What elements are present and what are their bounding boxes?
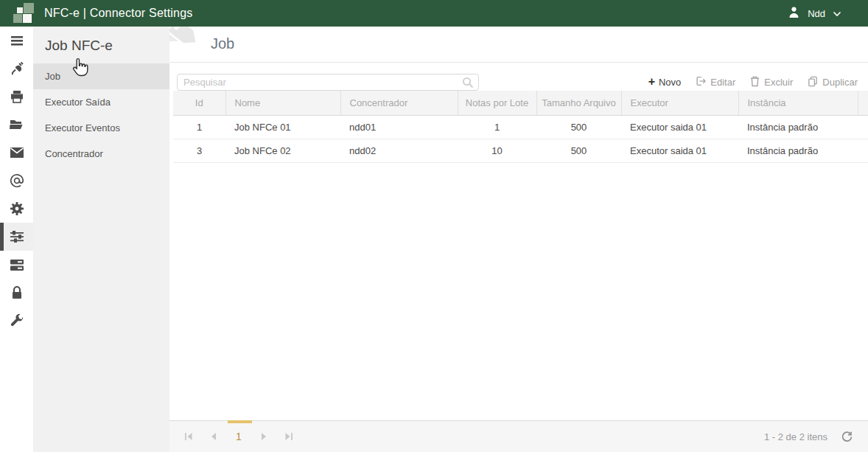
table-cell: Executor saida 01: [621, 139, 738, 162]
pager: 1 1 - 2 de 2 itens: [169, 420, 868, 452]
table-cell: 10: [458, 139, 536, 162]
sidebar-item-executor-saida[interactable]: Executor Saída: [33, 89, 169, 115]
delete-button[interactable]: Excluir: [749, 75, 793, 89]
column-header-5[interactable]: Tamanho Arquivo: [536, 91, 621, 115]
wrench-icon[interactable]: [0, 307, 33, 335]
page-title: Job: [211, 35, 234, 52]
column-header-filler: [858, 91, 868, 115]
column-header-1[interactable]: Id: [173, 91, 225, 115]
edit-icon: [695, 75, 707, 89]
search-box: [177, 74, 479, 91]
column-header-3[interactable]: Concentrador: [340, 91, 458, 115]
top-bar: NFC-e | Connector Settings Ndd: [0, 0, 868, 27]
sidebar-item-concentrador[interactable]: Concentrador: [33, 141, 169, 167]
toolbar-actions: + Novo Editar Excluir: [648, 75, 858, 89]
mail-icon[interactable]: [0, 139, 33, 167]
data-grid: IdNomeConcentradorNotas por LoteTamanho …: [173, 91, 868, 163]
table-cell: 1: [173, 115, 225, 139]
sidebar-item-job[interactable]: Job: [33, 63, 169, 89]
grid-toolbar: + Novo Editar Excluir: [169, 63, 868, 91]
sliders-icon[interactable]: [0, 223, 33, 251]
table-cell-filler: [858, 139, 868, 162]
grid-area: + Novo Editar Excluir: [169, 63, 868, 420]
app-logo: [7, 2, 35, 24]
refresh-icon[interactable]: [841, 431, 853, 443]
prev-page-button[interactable]: [205, 428, 223, 445]
table-cell: Job NFCe 01: [225, 115, 340, 139]
icon-sidebar: [0, 27, 33, 452]
next-page-button[interactable]: [255, 428, 273, 445]
current-page-indicator: [228, 420, 252, 423]
table-cell: 500: [536, 115, 621, 139]
gear-icon[interactable]: [0, 195, 33, 223]
column-header-4[interactable]: Notas por Lote: [458, 91, 536, 115]
main-content: Job + Novo Editar: [169, 27, 868, 452]
table-cell: Instância padrão: [738, 115, 858, 139]
table-cell: Job NFCe 02: [225, 139, 340, 162]
user-menu[interactable]: Ndd: [788, 6, 868, 21]
table-cell: 3: [173, 139, 225, 162]
table-cell-filler: [858, 115, 868, 139]
user-icon: [788, 6, 800, 21]
column-header-6[interactable]: Executor: [621, 91, 738, 115]
page-header: Job: [169, 27, 868, 63]
search-icon[interactable]: [462, 77, 474, 91]
at-icon[interactable]: [0, 167, 33, 195]
lock-icon[interactable]: [0, 279, 33, 307]
user-name: Ndd: [808, 8, 825, 19]
column-header-7[interactable]: Instância: [738, 91, 858, 115]
table-cell: 1: [458, 115, 536, 139]
duplicate-button[interactable]: Duplicar: [807, 75, 858, 89]
server-icon[interactable]: [0, 251, 33, 279]
table-row[interactable]: 3Job NFCe 02ndd0210500Executor saida 01I…: [173, 139, 868, 162]
copy-icon: [807, 75, 819, 89]
new-button[interactable]: + Novo: [648, 76, 682, 88]
table-row[interactable]: 1Job NFCe 01ndd011500Executor saida 01In…: [173, 115, 868, 139]
column-header-2[interactable]: Nome: [225, 91, 340, 115]
chevron-down-icon: [833, 7, 841, 20]
grid-header: IdNomeConcentradorNotas por LoteTamanho …: [173, 91, 868, 115]
printer-icon[interactable]: [0, 83, 33, 111]
pager-summary: 1 - 2 de 2 itens: [764, 431, 827, 442]
page-number[interactable]: 1: [230, 428, 248, 445]
menu-icon[interactable]: [0, 27, 33, 55]
plus-icon: +: [648, 76, 655, 88]
plug-icon[interactable]: [0, 55, 33, 83]
sidebar-item-executor-eventos[interactable]: Executor Eventos: [33, 115, 169, 141]
last-page-button[interactable]: [280, 428, 298, 445]
table-cell: Instância padrão: [738, 139, 858, 162]
app-title: NFC-e | Connector Settings: [44, 7, 192, 20]
table-cell: ndd02: [340, 139, 458, 162]
module-title: Job NFC-e: [33, 27, 169, 63]
table-cell: ndd01: [340, 115, 458, 139]
table-cell: Executor saida 01: [621, 115, 738, 139]
trash-icon: [749, 75, 760, 89]
edit-button[interactable]: Editar: [695, 75, 735, 89]
search-input[interactable]: [177, 74, 479, 91]
module-sidebar: Job NFC-e Job Executor Saída Executor Ev…: [33, 27, 169, 452]
first-page-button[interactable]: [180, 428, 197, 445]
table-cell: 500: [536, 139, 621, 162]
folder-icon[interactable]: [0, 111, 33, 139]
